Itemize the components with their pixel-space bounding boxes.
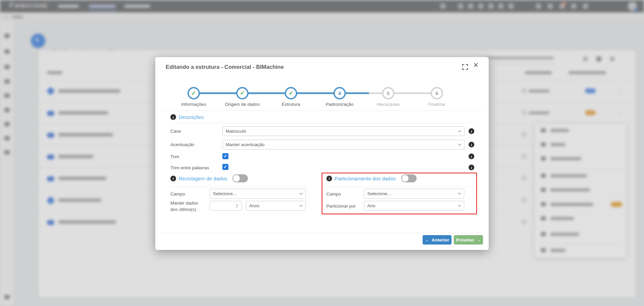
section-reciclagem: i Reciclagem de dados [170,174,248,182]
fullscreen-icon[interactable] [462,64,468,70]
particionar-por-select[interactable]: Ano [364,201,464,211]
divider [170,187,309,187]
particionamento-campo-select-wrap: Selecione... [364,189,464,199]
particionamento-campo-select[interactable]: Selecione... [364,189,464,199]
edit-structure-modal: Editando a estrutura - Comercial - BIMac… [155,57,489,250]
section-title: Descrições [179,114,204,120]
manter-dados-unit-select-wrap: Anos [246,201,306,211]
manter-dados-input[interactable] [210,201,242,211]
particionar-por-label: Particionar por [326,203,356,209]
trim-entre-palavras-label: Trim entre palavras [170,165,209,171]
case-select[interactable]: Maiúsculo [222,126,465,136]
step-check-icon: ✓ [240,90,245,97]
step-number: 6 [436,91,438,96]
reciclagem-campo-select-wrap: Selecione... [210,189,306,199]
trim-label: Trim [170,154,179,160]
acentuacao-label: Acentuação [170,141,194,148]
step-check-icon: ✓ [288,90,293,97]
divider [326,187,473,187]
arrow-left-icon: ← [425,237,430,243]
check-icon: ✓ [224,164,227,170]
section-title: Particionamento dos dados [335,176,396,181]
info-icon[interactable]: i [170,114,176,120]
case-select-wrap: Maiúsculo [222,126,465,136]
manter-dados-label: Manter dados dos último(s) [170,200,205,213]
section-title: Reciclagem de dados [179,176,227,181]
arrow-right-icon: → [476,237,481,243]
info-icon[interactable]: i [326,176,332,181]
modal-title: Editando a estrutura - Comercial - BIMac… [166,64,284,70]
previous-button-label: Anterior [432,237,449,243]
trim-checkbox[interactable]: ✓ [222,153,228,159]
check-icon: ✓ [224,153,227,159]
screen: BIMACHINE ⌂ [0,0,644,306]
divider [161,111,483,111]
step-number: 4 [338,91,341,96]
divider [170,123,474,123]
reciclagem-campo-label: Campo [170,191,185,197]
step-check-icon: ✓ [191,90,196,97]
reciclagem-campo-select[interactable]: Selecione... [210,189,306,199]
info-icon[interactable]: i [469,142,474,147]
info-icon[interactable]: i [469,165,474,170]
info-icon[interactable]: i [469,128,474,134]
wizard-stepper: ✓ Informações ✓ Origem de dados ✓ Estrut… [169,80,461,111]
section-particionamento: i Particionamento dos dados [326,174,417,182]
info-icon[interactable]: i [170,176,176,181]
particionamento-toggle[interactable] [401,174,417,182]
section-descricoes: i Descrições [170,114,204,120]
acentuacao-select-wrap: Manter acentuação [222,140,465,149]
step-number: 5 [387,91,390,96]
particionar-por-select-wrap: Ano [364,201,464,211]
trim-entre-palavras-checkbox[interactable]: ✓ [222,164,228,170]
divider [161,233,483,233]
particionamento-campo-label: Campo [326,191,341,197]
next-button[interactable]: Próximo → [454,235,483,245]
reciclagem-toggle[interactable] [232,174,248,182]
stepper-line-todo [388,92,437,94]
acentuacao-select[interactable]: Manter acentuação [222,140,465,149]
manter-dados-unit-select[interactable]: Anos [246,201,306,211]
case-label: Case [170,128,181,134]
next-button-label: Próximo [456,237,474,243]
previous-button[interactable]: ← Anterior [423,235,451,245]
close-icon[interactable]: × [473,60,478,69]
stepper-line-done [194,92,340,94]
info-icon[interactable]: i [469,154,474,159]
